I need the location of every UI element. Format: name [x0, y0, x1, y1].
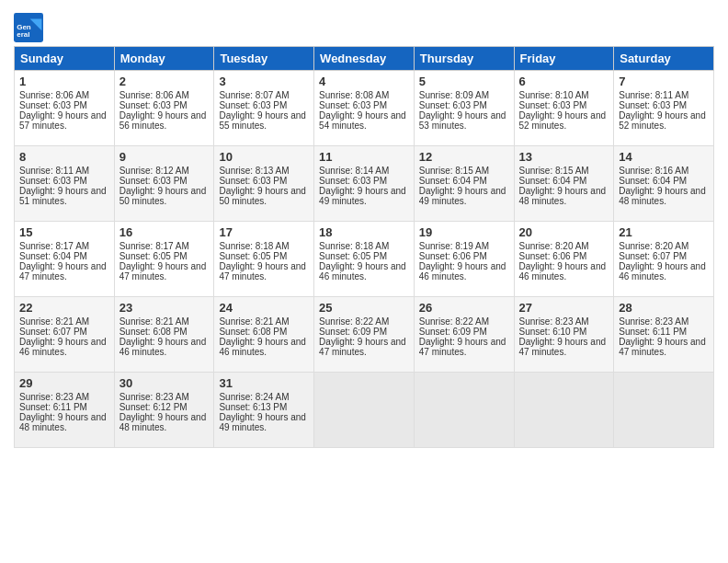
week-row-4: 22Sunrise: 8:21 AMSunset: 6:07 PMDayligh… [15, 297, 714, 373]
calendar-cell [414, 373, 514, 448]
sunrise: Sunrise: 8:23 AM [119, 392, 189, 402]
sunrise: Sunrise: 8:11 AM [19, 166, 89, 176]
daylight: Daylight: 9 hours and 49 minutes. [419, 186, 506, 206]
svg-text:eral: eral [17, 30, 29, 39]
calendar-cell: 10Sunrise: 8:13 AMSunset: 6:03 PMDayligh… [214, 146, 314, 222]
daylight: Daylight: 9 hours and 46 minutes. [119, 337, 207, 357]
sunset: Sunset: 6:03 PM [219, 100, 287, 110]
sunset: Sunset: 6:09 PM [419, 327, 487, 337]
calendar-cell: 15Sunrise: 8:17 AMSunset: 6:04 PMDayligh… [15, 222, 115, 297]
calendar-cell: 29Sunrise: 8:23 AMSunset: 6:11 PMDayligh… [15, 373, 115, 448]
calendar-cell: 18Sunrise: 8:18 AMSunset: 6:05 PMDayligh… [314, 222, 415, 297]
sunset: Sunset: 6:11 PM [19, 402, 87, 412]
sunset: Sunset: 6:06 PM [519, 251, 587, 261]
day-number: 12 [419, 150, 509, 164]
daylight: Daylight: 9 hours and 46 minutes. [319, 261, 406, 282]
sunrise: Sunrise: 8:06 AM [119, 90, 189, 100]
sunrise: Sunrise: 8:23 AM [19, 392, 89, 402]
calendar-cell: 2Sunrise: 8:06 AMSunset: 6:03 PMDaylight… [114, 71, 214, 146]
daylight: Daylight: 9 hours and 49 minutes. [319, 186, 406, 206]
day-number: 22 [19, 301, 109, 315]
week-row-1: 1Sunrise: 8:06 AMSunset: 6:03 PMDaylight… [15, 71, 714, 146]
header-row: SundayMondayTuesdayWednesdayThursdayFrid… [15, 47, 714, 71]
day-number: 2 [119, 75, 210, 88]
sunrise: Sunrise: 8:22 AM [319, 316, 389, 327]
day-number: 18 [319, 225, 409, 239]
daylight: Daylight: 9 hours and 49 minutes. [219, 412, 306, 432]
calendar-cell: 17Sunrise: 8:18 AMSunset: 6:05 PMDayligh… [214, 222, 314, 297]
calendar-cell: 16Sunrise: 8:17 AMSunset: 6:05 PMDayligh… [114, 222, 214, 297]
calendar-cell: 1Sunrise: 8:06 AMSunset: 6:03 PMDaylight… [15, 71, 115, 146]
calendar-cell: 21Sunrise: 8:20 AMSunset: 6:07 PMDayligh… [614, 222, 714, 297]
week-row-2: 8Sunrise: 8:11 AMSunset: 6:03 PMDaylight… [15, 146, 714, 222]
daylight: Daylight: 9 hours and 48 minutes. [19, 412, 107, 432]
sunset: Sunset: 6:10 PM [519, 327, 587, 337]
sunrise: Sunrise: 8:15 AM [519, 166, 589, 176]
day-header-monday: Monday [114, 47, 214, 71]
calendar-cell: 8Sunrise: 8:11 AMSunset: 6:03 PMDaylight… [15, 146, 115, 222]
sunset: Sunset: 6:03 PM [19, 100, 87, 110]
daylight: Daylight: 9 hours and 46 minutes. [19, 337, 107, 357]
calendar-cell: 20Sunrise: 8:20 AMSunset: 6:06 PMDayligh… [514, 222, 614, 297]
sunset: Sunset: 6:04 PM [19, 251, 87, 261]
calendar-cell: 22Sunrise: 8:21 AMSunset: 6:07 PMDayligh… [15, 297, 115, 373]
sunrise: Sunrise: 8:08 AM [319, 90, 389, 100]
calendar-cell: 6Sunrise: 8:10 AMSunset: 6:03 PMDaylight… [514, 71, 614, 146]
sunrise: Sunrise: 8:18 AM [219, 241, 289, 251]
day-number: 21 [619, 225, 709, 239]
sunrise: Sunrise: 8:06 AM [19, 90, 89, 100]
calendar-cell: 14Sunrise: 8:16 AMSunset: 6:04 PMDayligh… [614, 146, 714, 222]
sunrise: Sunrise: 8:23 AM [519, 316, 589, 327]
calendar-cell: 13Sunrise: 8:15 AMSunset: 6:04 PMDayligh… [514, 146, 614, 222]
daylight: Daylight: 9 hours and 46 minutes. [519, 261, 607, 282]
sunset: Sunset: 6:06 PM [419, 251, 487, 261]
week-row-3: 15Sunrise: 8:17 AMSunset: 6:04 PMDayligh… [15, 222, 714, 297]
calendar-cell: 23Sunrise: 8:21 AMSunset: 6:08 PMDayligh… [114, 297, 214, 373]
daylight: Daylight: 9 hours and 46 minutes. [219, 337, 306, 357]
day-number: 8 [19, 150, 109, 164]
day-header-wednesday: Wednesday [314, 47, 415, 71]
sunrise: Sunrise: 8:11 AM [619, 90, 688, 100]
calendar-cell: 31Sunrise: 8:24 AMSunset: 6:13 PMDayligh… [214, 373, 314, 448]
daylight: Daylight: 9 hours and 52 minutes. [619, 110, 706, 131]
daylight: Daylight: 9 hours and 52 minutes. [519, 110, 607, 131]
calendar-cell: 3Sunrise: 8:07 AMSunset: 6:03 PMDaylight… [214, 71, 314, 146]
daylight: Daylight: 9 hours and 47 minutes. [319, 337, 406, 357]
calendar-cell: 24Sunrise: 8:21 AMSunset: 6:08 PMDayligh… [214, 297, 314, 373]
sunset: Sunset: 6:09 PM [319, 327, 387, 337]
daylight: Daylight: 9 hours and 47 minutes. [119, 261, 207, 282]
day-number: 27 [519, 301, 609, 315]
calendar-cell: 4Sunrise: 8:08 AMSunset: 6:03 PMDaylight… [314, 71, 415, 146]
sunrise: Sunrise: 8:23 AM [619, 316, 688, 327]
calendar-cell [314, 373, 415, 448]
day-number: 11 [319, 150, 409, 164]
sunset: Sunset: 6:03 PM [319, 176, 387, 186]
sunset: Sunset: 6:05 PM [219, 251, 287, 261]
sunrise: Sunrise: 8:10 AM [519, 90, 589, 100]
day-header-saturday: Saturday [614, 47, 714, 71]
calendar-container: Gen eral SundayMondayTuesdayWednesdayThu… [0, 0, 728, 457]
daylight: Daylight: 9 hours and 47 minutes. [619, 337, 706, 357]
sunset: Sunset: 6:08 PM [119, 327, 188, 337]
calendar-cell: 28Sunrise: 8:23 AMSunset: 6:11 PMDayligh… [614, 297, 714, 373]
day-number: 23 [119, 301, 210, 315]
sunset: Sunset: 6:12 PM [119, 402, 188, 412]
sunset: Sunset: 6:11 PM [619, 327, 687, 337]
day-header-tuesday: Tuesday [214, 47, 314, 71]
day-number: 19 [419, 225, 509, 239]
daylight: Daylight: 9 hours and 57 minutes. [19, 110, 107, 131]
daylight: Daylight: 9 hours and 46 minutes. [419, 261, 506, 282]
daylight: Daylight: 9 hours and 46 minutes. [619, 261, 706, 282]
sunset: Sunset: 6:04 PM [419, 176, 487, 186]
calendar-cell: 5Sunrise: 8:09 AMSunset: 6:03 PMDaylight… [414, 71, 514, 146]
sunset: Sunset: 6:04 PM [519, 176, 587, 186]
sunset: Sunset: 6:04 PM [619, 176, 687, 186]
logo-icon: Gen eral [14, 13, 43, 42]
sunrise: Sunrise: 8:12 AM [119, 166, 189, 176]
daylight: Daylight: 9 hours and 51 minutes. [19, 186, 107, 206]
daylight: Daylight: 9 hours and 55 minutes. [219, 110, 306, 131]
sunrise: Sunrise: 8:13 AM [219, 166, 289, 176]
sunrise: Sunrise: 8:22 AM [419, 316, 489, 327]
calendar-cell: 26Sunrise: 8:22 AMSunset: 6:09 PMDayligh… [414, 297, 514, 373]
day-number: 1 [19, 75, 109, 88]
